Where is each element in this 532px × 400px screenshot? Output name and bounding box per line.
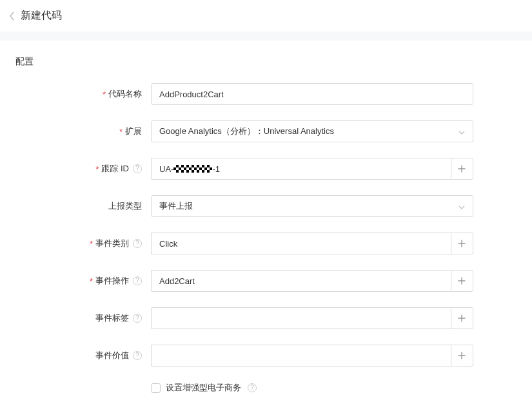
- row-report-type: 上报类型 事件上报: [15, 195, 517, 217]
- required-marker: *: [119, 127, 123, 137]
- label-report-type: 上报类型: [15, 200, 151, 212]
- row-event-value: 事件价值 ?: [15, 345, 517, 367]
- event-value-plus-button[interactable]: [451, 345, 473, 367]
- report-type-select[interactable]: 事件上报: [151, 195, 473, 217]
- label-text: 上报类型: [108, 200, 142, 212]
- row-event-category: * 事件类别 ?: [15, 233, 517, 254]
- extension-value: Google Analytics（分析）：Universal Analytics: [159, 126, 334, 137]
- chevron-down-icon: [458, 202, 465, 211]
- tracking-id-suffix: -1: [212, 164, 220, 174]
- row-enhanced-ecommerce: 设置增强型电子商务 ?: [151, 382, 517, 394]
- label-text: 事件标签: [95, 312, 129, 324]
- required-marker: *: [103, 90, 106, 99]
- row-code-name: * 代码名称: [15, 83, 517, 105]
- label-event-value: 事件价值 ?: [15, 350, 151, 361]
- report-type-value: 事件上报: [159, 200, 193, 212]
- enhanced-ecommerce-checkbox[interactable]: [151, 383, 161, 393]
- label-extension: * 扩展: [15, 126, 151, 137]
- event-label-input[interactable]: [151, 307, 451, 329]
- help-icon[interactable]: ?: [133, 164, 142, 173]
- page-title: 新建代码: [21, 9, 62, 23]
- help-icon[interactable]: ?: [133, 351, 142, 360]
- page-header: 新建代码: [0, 0, 532, 32]
- required-marker: *: [90, 239, 93, 249]
- tracking-id-prefix: UA-: [159, 164, 173, 174]
- row-extension: * 扩展 Google Analytics（分析）：Universal Anal…: [15, 120, 517, 142]
- extension-select[interactable]: Google Analytics（分析）：Universal Analytics: [151, 120, 473, 142]
- help-icon[interactable]: ?: [133, 276, 142, 285]
- label-text: 扩展: [125, 126, 142, 137]
- label-event-action: * 事件操作 ?: [15, 275, 151, 287]
- label-text: 事件类别: [95, 238, 129, 249]
- row-event-action: * 事件操作 ?: [15, 270, 517, 292]
- label-text: 代码名称: [108, 88, 142, 100]
- tracking-id-input[interactable]: UA--1: [151, 158, 451, 180]
- config-section: 配置 * 代码名称 * 扩展 Google Analytics（分析）：Univ…: [0, 41, 532, 394]
- row-event-label: 事件标签 ?: [15, 307, 517, 329]
- required-marker: *: [95, 164, 99, 174]
- event-value-input[interactable]: [151, 345, 451, 367]
- event-action-input[interactable]: [151, 270, 451, 292]
- tracking-id-plus-button[interactable]: [451, 158, 473, 180]
- section-title: 配置: [15, 56, 517, 68]
- back-chevron-icon[interactable]: [6, 10, 18, 22]
- label-text: 跟踪 ID: [101, 163, 129, 175]
- help-icon[interactable]: ?: [248, 383, 257, 392]
- event-action-plus-button[interactable]: [451, 270, 473, 292]
- code-name-input[interactable]: [151, 83, 473, 105]
- help-icon[interactable]: ?: [133, 314, 142, 323]
- label-event-label: 事件标签 ?: [15, 312, 151, 324]
- event-label-plus-button[interactable]: [451, 307, 473, 329]
- label-text: 事件价值: [95, 350, 129, 361]
- help-icon[interactable]: ?: [133, 239, 142, 248]
- label-text: 事件操作: [95, 275, 129, 287]
- label-tracking-id: * 跟踪 ID ?: [15, 163, 151, 175]
- section-divider: [0, 32, 532, 41]
- enhanced-ecommerce-label: 设置增强型电子商务: [166, 382, 241, 394]
- chevron-down-icon: [458, 127, 465, 137]
- label-code-name: * 代码名称: [15, 88, 151, 100]
- row-tracking-id: * 跟踪 ID ? UA--1: [15, 158, 517, 180]
- required-marker: *: [90, 276, 93, 286]
- redacted-icon: [173, 165, 212, 173]
- label-event-category: * 事件类别 ?: [15, 238, 151, 249]
- event-category-input[interactable]: [151, 233, 451, 254]
- event-category-plus-button[interactable]: [451, 233, 473, 254]
